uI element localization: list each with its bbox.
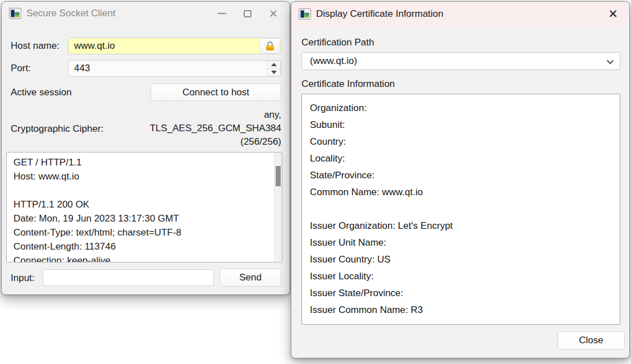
send-button[interactable]: Send <box>220 269 281 287</box>
client-titlebar[interactable]: Secure Socket Client ✕ <box>2 2 290 25</box>
cert-line: Common Name: www.qt.io <box>310 184 612 201</box>
minimize-button[interactable] <box>209 4 235 23</box>
cert-line: Issuer Organization: Let's Encrypt <box>310 218 612 234</box>
session-log-content: GET / HTTP/1.1 Host: www.qt.io HTTP/1.1 … <box>7 153 274 262</box>
port-decrement-button[interactable] <box>267 69 281 77</box>
cert-line: Organization: <box>310 100 612 117</box>
close-icon: ✕ <box>269 8 278 19</box>
arrow-up-icon <box>271 63 277 66</box>
log-line: Connection: keep-alive <box>13 254 267 262</box>
port-label: Port: <box>11 60 31 77</box>
cipher-line: any, <box>68 108 281 122</box>
minimize-icon <box>218 13 226 14</box>
window-title: Secure Socket Client <box>26 8 116 19</box>
app-window-icon <box>299 8 311 20</box>
log-line: Host: www.qt.io <box>13 169 267 183</box>
log-line: Content-Length: 113746 <box>13 239 267 254</box>
cert-line: Issuer Unit Name: <box>310 234 612 251</box>
host-name-input[interactable] <box>68 38 281 54</box>
dialog-controls: ✕ <box>600 2 626 25</box>
close-icon: ✕ <box>608 8 618 20</box>
maximize-icon <box>244 10 252 17</box>
cipher-line: TLS_AES_256_GCM_SHA384 <box>68 122 281 135</box>
log-line: GET / HTTP/1.1 <box>13 155 267 169</box>
message-input[interactable] <box>43 269 214 286</box>
dialog-titlebar[interactable]: Display Certificate Information ✕ <box>291 2 629 26</box>
session-log-textarea[interactable]: GET / HTTP/1.1 Host: www.qt.io HTTP/1.1 … <box>6 152 282 262</box>
connect-to-host-button[interactable]: Connect to host <box>150 84 281 101</box>
cert-line: Locality: <box>310 150 612 167</box>
lock-button[interactable] <box>259 38 280 54</box>
cipher-line: (256/256) <box>68 135 281 149</box>
cert-line: State/Province: <box>310 167 612 184</box>
host-name-label: Host name: <box>11 38 60 54</box>
padlock-icon <box>264 40 276 52</box>
secure-socket-client-window: Secure Socket Client ✕ Host name: Port: <box>1 1 290 295</box>
arrow-down-icon <box>271 71 277 74</box>
log-line: Content-Type: text/html; charset=UTF-8 <box>13 225 267 239</box>
chevron-down-icon <box>607 57 614 64</box>
dialog-title: Display Certificate Information <box>316 8 443 20</box>
close-dialog-button[interactable]: ✕ <box>600 4 626 23</box>
port-input[interactable] <box>68 60 281 77</box>
session-status-label: Active session <box>11 84 72 101</box>
certificate-info-textarea[interactable]: Organization: Subunit: Country: Locality… <box>301 94 620 325</box>
cert-line: Issuer Locality: <box>310 268 612 285</box>
certificate-information-label: Certificate Information <box>301 76 395 93</box>
close-button[interactable]: Close <box>557 331 625 349</box>
desktop: Secure Socket Client ✕ Host name: Port: <box>0 0 631 364</box>
selected-certificate: (www.qt.io) <box>310 56 607 67</box>
cert-line: Issuer Country: US <box>310 251 612 268</box>
cert-line: Issuer Common Name: R3 <box>310 302 612 319</box>
input-label: Input: <box>11 270 35 287</box>
vertical-scrollbar[interactable] <box>274 153 282 262</box>
certification-path-select[interactable]: (www.qt.io) <box>301 52 620 70</box>
cert-line: Country: <box>310 133 612 150</box>
certificate-info-dialog: Display Certificate Information ✕ Certif… <box>291 1 630 358</box>
app-window-icon <box>9 8 21 19</box>
port-increment-button[interactable] <box>267 61 281 69</box>
scrollbar-thumb[interactable] <box>276 166 281 186</box>
close-window-button[interactable]: ✕ <box>260 4 286 23</box>
cipher-value: any, TLS_AES_256_GCM_SHA384 (256/256) <box>68 108 281 149</box>
certification-path-label: Certification Path <box>301 34 374 51</box>
cert-line: Subunit: <box>310 117 612 133</box>
maximize-button[interactable] <box>235 4 260 23</box>
cert-line <box>310 201 612 218</box>
log-line <box>13 183 267 197</box>
port-spinner <box>267 61 281 76</box>
cert-line: Issuer State/Province: <box>310 285 612 302</box>
log-line: Date: Mon, 19 Jun 2023 13:17:30 GMT <box>13 211 267 225</box>
log-line: HTTP/1.1 200 OK <box>13 197 267 211</box>
window-controls: ✕ <box>209 2 286 25</box>
